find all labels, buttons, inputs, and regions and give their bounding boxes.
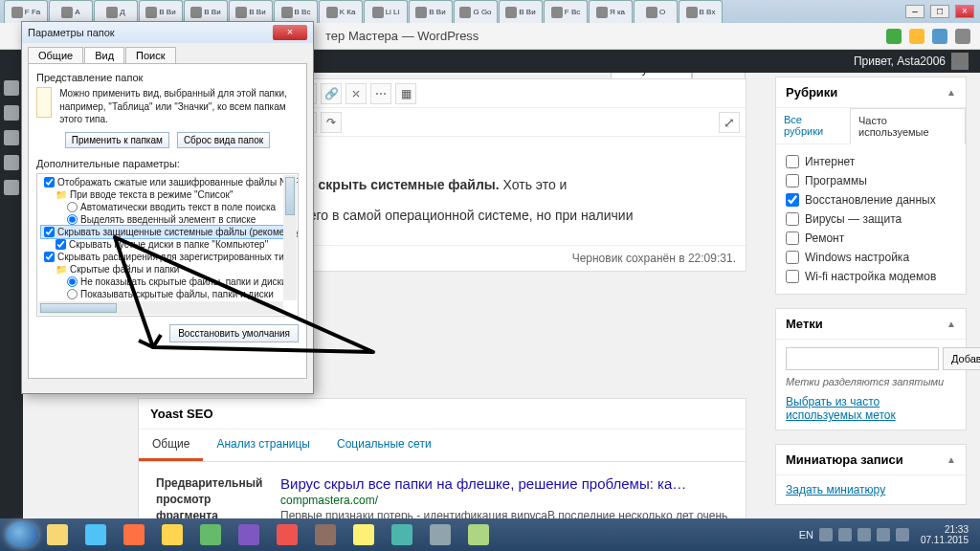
collapse-icon[interactable]: ▲	[947, 454, 956, 465]
option-checkbox[interactable]	[56, 239, 66, 250]
browser-tab[interactable]: G Go	[454, 0, 498, 23]
advanced-option-row[interactable]: Выделять введенный элемент в списке	[41, 213, 294, 226]
restore-defaults-button[interactable]: Восстановить умолчания	[169, 324, 299, 342]
preview-title[interactable]: Вирус скрыл все папки на флешке, решение…	[280, 475, 728, 492]
dialog-tab-search[interactable]: Поиск	[125, 47, 175, 63]
link-button[interactable]: 🔗	[321, 83, 342, 104]
taskbar-app[interactable]	[421, 521, 459, 548]
advanced-option-row[interactable]: Не показывать скрытые файлы, папки и дис…	[41, 276, 294, 288]
vertical-scrollbar[interactable]	[283, 175, 297, 300]
menu-icon[interactable]	[4, 105, 19, 121]
option-checkbox[interactable]	[44, 177, 55, 187]
collapse-icon[interactable]: ▲	[947, 87, 956, 98]
start-button[interactable]	[6, 521, 38, 548]
collapse-icon[interactable]: ▲	[947, 319, 956, 329]
tray-icon[interactable]	[896, 528, 909, 541]
rubric-item[interactable]: Ремонт	[786, 229, 956, 248]
rubric-item[interactable]: Wi-fi настройка модемов	[786, 267, 956, 286]
taskbar-app[interactable]	[345, 521, 383, 548]
browser-tab[interactable]: B Ви	[229, 0, 273, 23]
close-button[interactable]: ×	[955, 5, 974, 18]
browser-tab[interactable]: Li Li	[364, 0, 408, 23]
rubrics-tab-freq[interactable]: Часто используемые	[850, 108, 966, 144]
browser-tab[interactable]: B Ви	[139, 0, 183, 23]
browser-tab[interactable]: F Bc	[544, 0, 588, 23]
rubric-item[interactable]: Программы	[786, 171, 956, 190]
wp-greeting[interactable]: Привет, Asta2006	[854, 55, 946, 68]
yoast-heading[interactable]: Yoast SEO	[139, 399, 746, 430]
dialog-close-button[interactable]: ×	[273, 25, 307, 40]
preview-url[interactable]: compmastera.com/	[280, 494, 728, 507]
clock[interactable]: 21:33 07.11.2015	[915, 524, 974, 546]
maximize-button[interactable]: □	[930, 5, 949, 18]
advanced-option-row[interactable]: Показывать скрытые файлы, папки и диски	[41, 288, 294, 300]
rubric-item[interactable]: Интернет	[786, 152, 956, 171]
horizontal-scrollbar[interactable]	[38, 301, 283, 315]
apply-to-folders-button[interactable]: Применить к папкам	[65, 132, 169, 148]
avatar[interactable]	[951, 53, 969, 70]
menu-icon[interactable]	[955, 29, 970, 44]
advanced-option-row[interactable]: Скрывать защищенные системные файлы (рек…	[41, 226, 294, 238]
tray-icon[interactable]	[819, 528, 833, 541]
ext-icon[interactable]	[909, 29, 924, 44]
taskbar-app[interactable]	[191, 521, 230, 548]
tab-visual[interactable]: Визуально	[611, 73, 692, 78]
tray-icon[interactable]	[877, 528, 890, 541]
advanced-option-row[interactable]: Скрывать пустые диски в папке "Компьютер…	[41, 238, 294, 251]
taskbar-app[interactable]	[268, 521, 306, 548]
ext-icon[interactable]	[886, 29, 902, 44]
browser-tab[interactable]: Д	[94, 0, 138, 23]
rubric-item[interactable]: Windows настройка	[786, 248, 956, 267]
menu-icon[interactable]	[4, 130, 19, 145]
rubrics-tab-all[interactable]: Все рубрики	[776, 108, 850, 143]
rubric-checkbox[interactable]	[786, 212, 799, 226]
dialog-tab-view[interactable]: Вид	[84, 47, 124, 63]
yoast-tab-general[interactable]: Общие	[139, 430, 203, 461]
option-radio[interactable]	[67, 202, 78, 212]
tab-text[interactable]: Текст	[692, 73, 746, 78]
browser-tab[interactable]: B Bx	[679, 0, 723, 23]
advanced-option-row[interactable]: Отображать сжатые или зашифрованные файл…	[41, 176, 294, 188]
browser-tab[interactable]: K Ка	[319, 0, 363, 23]
advanced-option-row[interactable]: Скрывать расширения для зарегистрированн…	[41, 251, 294, 263]
menu-icon[interactable]	[4, 155, 19, 170]
set-thumbnail-link[interactable]: Задать миниатюру	[786, 483, 885, 496]
fullscreen-button[interactable]: ⤢	[719, 112, 740, 133]
yoast-tab-social[interactable]: Социальные сети	[323, 430, 445, 461]
tray-icon[interactable]	[838, 528, 852, 541]
more-button[interactable]: ⋯	[370, 83, 391, 104]
dialog-tab-general[interactable]: Общие	[28, 47, 83, 63]
redo-button[interactable]: ↷	[321, 112, 342, 133]
language-indicator[interactable]: EN	[799, 529, 813, 540]
tags-choose-link[interactable]: Выбрать из часто используемых меток	[786, 395, 896, 422]
taskbar-app[interactable]	[77, 521, 115, 548]
dialog-titlebar[interactable]: Параметры папок ×	[22, 22, 313, 43]
menu-icon[interactable]	[4, 80, 19, 96]
rubric-checkbox[interactable]	[786, 193, 799, 207]
rubric-checkbox[interactable]	[786, 231, 799, 245]
option-radio[interactable]	[67, 289, 78, 299]
rubric-checkbox[interactable]	[786, 155, 799, 168]
rubric-checkbox[interactable]	[786, 251, 799, 264]
rubric-item[interactable]: Вирусы — защита	[786, 209, 956, 229]
minimize-button[interactable]: –	[905, 5, 924, 18]
taskbar-app[interactable]	[306, 521, 345, 548]
advanced-option-row[interactable]: 📁 Скрытые файлы и папки	[41, 263, 294, 276]
taskbar-app[interactable]	[38, 521, 77, 548]
tags-input[interactable]	[786, 347, 939, 370]
rubric-item[interactable]: Восстановление данных	[786, 190, 956, 209]
unlink-button[interactable]: ⤫	[345, 83, 367, 104]
browser-tab[interactable]: B Ви	[499, 0, 543, 23]
tags-add-button[interactable]: Добавить	[943, 347, 980, 370]
option-checkbox[interactable]	[44, 252, 55, 262]
reset-folders-button[interactable]: Сброс вида папок	[177, 132, 270, 148]
browser-tab[interactable]: B Bc	[274, 0, 318, 23]
browser-tab[interactable]: B Ви	[184, 0, 228, 23]
tray-icon[interactable]	[858, 528, 871, 541]
advanced-settings-list[interactable]: Отображать сжатые или зашифрованные файл…	[36, 173, 299, 317]
option-checkbox[interactable]	[44, 227, 55, 237]
taskbar-app[interactable]	[230, 521, 268, 548]
taskbar-app[interactable]	[383, 521, 421, 548]
taskbar-app[interactable]	[115, 521, 153, 548]
ext-icon[interactable]	[932, 29, 947, 44]
